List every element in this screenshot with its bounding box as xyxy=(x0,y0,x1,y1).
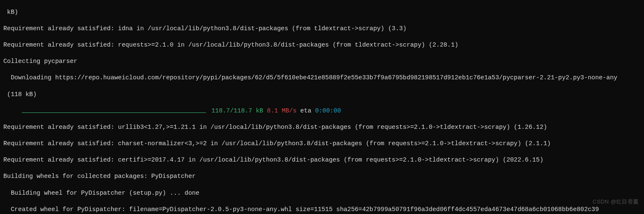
output-line: Collecting pycparser xyxy=(3,57,641,66)
output-line: Requirement already satisfied: urllib3<1… xyxy=(3,123,641,132)
output-line: (118 kB) xyxy=(3,91,641,99)
output-line: Building wheel for PyDispatcher (setup.p… xyxy=(3,189,641,198)
progress-rate: 8.1 MB/s xyxy=(267,107,297,114)
progress-indent xyxy=(3,107,22,114)
progress-kb: 118.7/118.7 kB xyxy=(211,107,263,114)
terminal-output[interactable]: kB) Requirement already satisfied: idna … xyxy=(0,0,644,214)
output-line: Building wheels for collected packages: … xyxy=(3,172,641,181)
output-line: Downloading https://repo.huaweicloud.com… xyxy=(3,74,641,82)
output-line: Created wheel for PyDispatcher: filename… xyxy=(3,206,641,214)
output-line: kB) xyxy=(3,8,641,17)
output-line: Requirement already satisfied: charset-n… xyxy=(3,140,641,148)
progress-eta-label: eta xyxy=(300,107,312,114)
progress-bar-fill xyxy=(22,112,206,113)
output-line: Requirement already satisfied: idna in /… xyxy=(3,25,641,33)
progress-line: 118.7/118.7 kB 8.1 MB/s eta 0:00:00 xyxy=(3,107,641,115)
output-line: Requirement already satisfied: certifi>=… xyxy=(3,156,641,164)
output-line: Requirement already satisfied: requests>… xyxy=(3,41,641,50)
progress-eta-time: 0:00:00 xyxy=(315,107,341,114)
